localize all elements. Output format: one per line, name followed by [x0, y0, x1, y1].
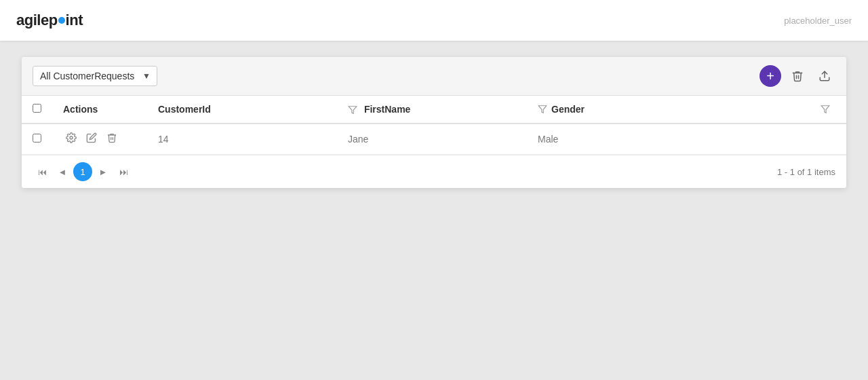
pagination-summary: 1 - 1 of 1 items — [777, 167, 835, 177]
th-actions-label: Actions — [63, 104, 98, 115]
th-firstname: FirstName — [337, 96, 527, 124]
logo-text: agilepint — [16, 12, 83, 29]
th-checkbox — [22, 96, 52, 124]
row-actions — [63, 131, 136, 147]
th-gender: Gender — [527, 96, 846, 123]
filter-right-icon[interactable] — [821, 104, 830, 114]
filter-firstname-icon[interactable] — [348, 105, 357, 115]
header-user: placeholder_user — [784, 16, 852, 26]
toolbar-actions: + — [760, 65, 835, 87]
row-delete-button[interactable] — [104, 131, 120, 147]
table-row: 14 Jane Male — [22, 124, 846, 155]
page-next-button[interactable]: ► — [94, 162, 113, 181]
row-settings-button[interactable] — [63, 131, 79, 147]
page-first-button[interactable]: ⏮ — [33, 162, 52, 181]
th-gender-label: Gender — [551, 104, 585, 115]
filter-gender-icon[interactable] — [538, 104, 547, 114]
svg-marker-1 — [349, 107, 357, 114]
data-card: All CustomerRequests ▼ + — [22, 57, 846, 188]
th-firstname-label: FirstName — [364, 104, 410, 115]
row-checkbox[interactable] — [33, 134, 41, 142]
row-actions-cell — [52, 124, 147, 155]
view-dropdown-wrapper: All CustomerRequests ▼ — [33, 66, 157, 86]
th-customerid-label: CustomerId — [158, 104, 211, 115]
th-customerid: CustomerId — [147, 96, 337, 124]
table-header-row: Actions CustomerId FirstName — [22, 96, 846, 124]
row-trash-icon — [106, 132, 117, 143]
svg-marker-3 — [821, 106, 829, 113]
trash-icon — [791, 70, 804, 82]
row-gender: Male — [527, 124, 846, 155]
table-body: 14 Jane Male — [22, 124, 846, 155]
edit-icon — [86, 132, 97, 143]
export-icon — [818, 70, 831, 82]
page-last-button[interactable]: ⏭ — [114, 162, 133, 181]
th-actions: Actions — [52, 96, 147, 124]
logo-dot — [58, 17, 65, 24]
pagination-controls: ⏮ ◄ 1 ► ⏭ — [33, 162, 133, 181]
settings-icon — [66, 132, 77, 143]
svg-point-4 — [70, 136, 73, 139]
export-button[interactable] — [814, 65, 835, 87]
pagination: ⏮ ◄ 1 ► ⏭ 1 - 1 of 1 items — [22, 155, 846, 188]
row-edit-button[interactable] — [83, 131, 100, 147]
row-firstname: Jane — [337, 124, 527, 155]
page-number-1[interactable]: 1 — [73, 162, 92, 181]
row-checkbox-cell — [22, 124, 52, 155]
svg-marker-2 — [538, 106, 547, 113]
add-button[interactable]: + — [760, 65, 781, 87]
delete-button[interactable] — [787, 65, 808, 87]
data-table: Actions CustomerId FirstName — [22, 96, 846, 155]
view-dropdown[interactable]: All CustomerRequests — [33, 66, 157, 86]
app-header: agilepint placeholder_user — [0, 0, 868, 41]
main-content: All CustomerRequests ▼ + — [0, 41, 868, 204]
page-prev-button[interactable]: ◄ — [53, 162, 72, 181]
toolbar: All CustomerRequests ▼ + — [22, 57, 846, 96]
logo: agilepint — [16, 12, 83, 29]
select-all-checkbox[interactable] — [33, 104, 41, 113]
row-customerid: 14 — [147, 124, 337, 155]
